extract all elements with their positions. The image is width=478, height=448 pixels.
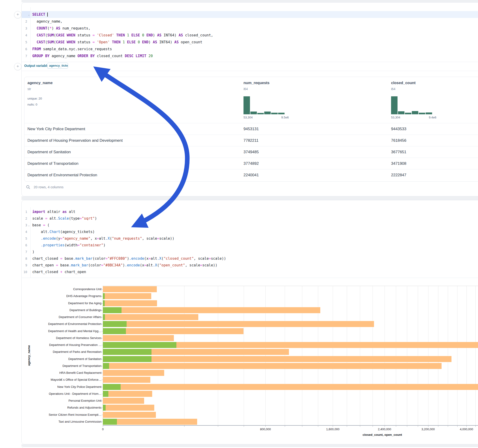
gridline [347, 286, 347, 425]
y-axis-label: Correspondence Unit [73, 287, 101, 291]
code-line[interactable]: 10chart_closed + chart_open [22, 268, 478, 275]
code-line[interactable]: 2 agency_name, [22, 18, 478, 25]
page-gap-top [21, 0, 478, 2]
table-row[interactable]: Department of Environmental Protection22… [25, 169, 478, 181]
table-cell: 9443533 [391, 123, 406, 135]
line-number: 3 [22, 25, 27, 32]
code-text: CAST(SUM(CASE WHEN status = 'Closed' THE… [32, 32, 213, 39]
x-axis-tick [333, 425, 333, 427]
table-cell: 9453131 [244, 123, 259, 135]
line-number: 2 [22, 18, 27, 25]
table-row[interactable]: Department of Transportation377489234719… [25, 158, 478, 169]
histogram-bar [405, 113, 411, 114]
histogram-bar [264, 112, 271, 114]
x-axis-label: 0 [89, 428, 117, 431]
search-icon[interactable] [26, 185, 31, 189]
x-axis-tick [285, 425, 285, 427]
line-number: 7 [22, 249, 27, 255]
y-axis-tick [102, 359, 103, 359]
x-axis-tick [347, 425, 347, 427]
gridline [333, 286, 333, 425]
chart-bar-open [103, 349, 151, 355]
chart-bar-closed [103, 300, 157, 306]
code-line[interactable]: 1⌄SELECT [22, 11, 478, 18]
line-number: 3 [22, 222, 27, 229]
collapse-caret-icon[interactable]: ⌄ [28, 222, 30, 229]
code-line[interactable]: 8chart_closed = base.mark_bar(color="#FF… [22, 255, 478, 262]
altair-bar-chart: Correspondence UnitDHS Advantage Program… [21, 280, 478, 444]
y-axis-tick [102, 394, 103, 394]
y-axis-tick [102, 310, 103, 311]
histogram-bar [426, 112, 432, 114]
y-axis-tick [102, 331, 103, 331]
histogram-bar [419, 113, 425, 114]
code-line[interactable]: 7GROUP BY agency_name ORDER BY closed_co… [22, 53, 478, 59]
chart-bar-open [103, 321, 126, 327]
code-line[interactable]: 6 .properties(width="container") [22, 242, 478, 249]
code-text: import altair as alt [32, 208, 75, 215]
histogram-max-label: 9.5e6 [273, 116, 296, 119]
gridline [396, 286, 396, 425]
output-variable-pill[interactable]: agency_tickets [47, 63, 68, 69]
chart-bar-open [103, 307, 121, 313]
chart-bar-closed [103, 405, 154, 411]
y-axis-label: Department of Homeless Services [56, 336, 101, 340]
y-axis-label: HRA Benefit Card Replacement [59, 371, 101, 375]
add-cell-button[interactable]: + [14, 11, 21, 19]
plot-top-border [103, 286, 478, 286]
code-line[interactable]: 4 alt.Chart(agency_tickets) [22, 228, 478, 235]
column-stat: unique: 20 [27, 97, 42, 100]
chart-bar-open [103, 419, 117, 425]
gridline [448, 286, 448, 425]
x-axis-tick [184, 425, 184, 427]
chart-bar-closed [103, 419, 197, 425]
code-line[interactable]: 3⌄base = ( [22, 222, 478, 229]
gridline [466, 286, 467, 425]
code-line[interactable]: 5 .encode(y="agency_name", x=alt.X("num_… [22, 235, 478, 242]
code-line[interactable]: 5 CAST(SUM(CASE WHEN status = 'Open' THE… [22, 39, 478, 46]
code-text: chart_open = base.mark_bar(color="#8BC34… [32, 262, 217, 269]
table-row[interactable]: Department of Housing Preservation and D… [25, 135, 478, 146]
code-line[interactable]: 2scale = alt.Scale(type="sqrt") [22, 215, 478, 222]
table-cell: 2240041 [244, 169, 259, 181]
x-axis-label: 2,400,000 [371, 428, 398, 431]
y-axis-tick [102, 401, 103, 401]
code-line[interactable]: 4 CAST(SUM(CASE WHEN status = 'Closed' T… [22, 32, 478, 39]
gridline [302, 286, 302, 425]
histogram-bar [250, 112, 257, 114]
column-header[interactable]: agency_name [27, 81, 53, 85]
x-axis-tick [103, 425, 103, 427]
chart-bar-closed [103, 384, 478, 390]
chart-bar-open [103, 391, 108, 397]
chart-bar-open [103, 300, 105, 306]
chart-bar-open [103, 363, 109, 369]
table-cell: 3749485 [244, 146, 259, 158]
code-line[interactable]: 7) [22, 249, 478, 255]
chart-bar-open [103, 342, 176, 348]
chart-bar-open [103, 384, 121, 390]
gridline [244, 286, 244, 425]
y-axis-title: agency_name [27, 335, 31, 376]
code-line[interactable]: 9chart_open = base.mark_bar(color="#8BC3… [22, 262, 478, 269]
x-axis-tick [457, 425, 458, 427]
column-header[interactable]: closed_count [391, 81, 415, 85]
add-cell-button[interactable]: + [14, 63, 21, 70]
y-axis-tick [102, 387, 103, 387]
chart-bar-closed [103, 321, 374, 327]
histogram-bar [391, 96, 397, 114]
table-cell: 7782211 [244, 135, 258, 146]
table-row[interactable]: New York City Police Department945313194… [25, 123, 478, 135]
code-line[interactable]: 6FROM sample_data.nyc.service_requests [22, 46, 478, 53]
y-axis-tick [102, 415, 103, 415]
code-text: base = ( [32, 222, 50, 229]
line-number: 8 [22, 255, 27, 262]
collapse-caret-icon[interactable]: ⌄ [28, 11, 30, 18]
y-axis-label: Department for the Aging [68, 301, 101, 305]
line-number: 5 [22, 235, 27, 242]
chart-bar-closed [103, 286, 157, 292]
gridline [318, 286, 318, 425]
column-header[interactable]: num_requests [244, 81, 270, 85]
table-row[interactable]: Department of Sanitation37494853677651 [25, 146, 478, 158]
code-line[interactable]: 3 COUNT(*) AS num_requests, [22, 25, 478, 32]
code-line[interactable]: 1import altair as alt [22, 208, 478, 215]
